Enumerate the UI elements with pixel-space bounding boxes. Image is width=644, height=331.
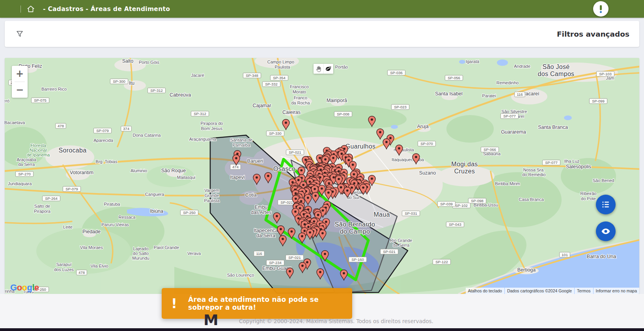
map-label: Santa Branca xyxy=(538,125,568,130)
toggle-visibility-fab[interactable] xyxy=(596,221,616,241)
map-label: Nossa Sra. xyxy=(523,167,545,172)
svg-text:SP-099: SP-099 xyxy=(592,99,605,103)
map-label: Portão xyxy=(335,65,348,69)
map-label: Morato xyxy=(293,89,306,94)
map-container[interactable]: Porto FelizSaltoPorto GóisItuBarreiro Ri… xyxy=(5,58,639,294)
map-label: Cajamar xyxy=(252,103,271,108)
road-badge: SP-077 xyxy=(542,160,560,165)
road-badge: 374 xyxy=(121,126,132,131)
map-label: Sorocaba xyxy=(59,147,87,154)
map-label: São José xyxy=(542,63,569,70)
map-label: São Lourenço xyxy=(227,273,254,277)
map-label: da Serra xyxy=(393,243,410,247)
map-label: Jundiaquara xyxy=(8,181,32,186)
road-badge: SP-075 xyxy=(31,98,49,103)
road-badge: SP-070 xyxy=(418,141,435,146)
map-label: Floresta xyxy=(30,143,47,148)
svg-text:SP-077: SP-077 xyxy=(503,114,516,118)
map-label: Caieiras xyxy=(282,110,301,115)
road-badge: SP-103 xyxy=(596,71,614,76)
road-badge: SP-008 xyxy=(334,112,352,117)
svg-text:SP-039: SP-039 xyxy=(440,202,453,206)
road-badge: 101 xyxy=(560,252,570,257)
map-label: Murundu xyxy=(132,256,149,260)
svg-text:SP-036: SP-036 xyxy=(390,71,403,75)
map-label: Vargem xyxy=(204,188,219,193)
pan-tool-button[interactable] xyxy=(314,64,323,74)
map-label: Arujá xyxy=(417,124,428,129)
map-label: Remedinho xyxy=(497,80,519,85)
road-badge: SP-300 xyxy=(110,79,128,84)
map-label: Verava xyxy=(187,251,201,256)
map-label: Mogi das xyxy=(451,161,478,167)
svg-text:SP-330: SP-330 xyxy=(269,131,282,136)
svg-text:SP-102: SP-102 xyxy=(455,203,468,208)
map-label: Vila Élvio xyxy=(90,264,108,268)
svg-text:116: 116 xyxy=(256,251,262,256)
map-label: do Sul xyxy=(347,195,359,200)
map-label: dos Campos xyxy=(538,71,575,77)
svg-text:SP-079: SP-079 xyxy=(96,128,109,133)
map-label: Paratei xyxy=(482,93,496,98)
toast-exclamation-icon: ! xyxy=(171,297,177,310)
map-label: Aparecida xyxy=(93,138,113,143)
map-label: Casa Branca xyxy=(519,197,544,202)
svg-text:SP-300: SP-300 xyxy=(113,79,125,84)
error-toast[interactable]: ! Área de atendimento não pode se sobrep… xyxy=(162,288,352,319)
report-error-link[interactable]: Informar erro no mapa xyxy=(594,288,639,294)
map-label: Salto de xyxy=(34,204,50,208)
polygon-tool-button[interactable] xyxy=(323,64,333,74)
svg-text:SP-043: SP-043 xyxy=(449,222,461,227)
map-label: Araçoiaba xyxy=(17,157,36,162)
map-label: Cruzes xyxy=(454,168,475,175)
road-badge: SP-330 xyxy=(266,131,284,136)
svg-text:474: 474 xyxy=(232,165,239,169)
map-label: Paruru Vieiras xyxy=(101,222,129,227)
map-label: da Serra xyxy=(256,233,275,238)
list-areas-fab[interactable] xyxy=(596,195,616,214)
road-badge: SP-021 xyxy=(380,249,398,254)
map-label: Itapevi xyxy=(230,175,245,180)
map-label: Leite xyxy=(63,225,73,229)
exclamation-icon xyxy=(600,5,602,13)
map-label: Suzano xyxy=(419,170,436,176)
map-label: Bertioga xyxy=(517,267,536,273)
advanced-filters-link[interactable]: Filtros avançados xyxy=(557,30,629,38)
road-badge: SP-039 xyxy=(437,201,455,206)
map-label: Votorantim xyxy=(70,170,93,175)
svg-text:SP-354: SP-354 xyxy=(273,76,286,80)
polygon-shape-icon xyxy=(325,65,332,73)
map-label: Jacaré xyxy=(191,73,204,78)
map-label: Osasco xyxy=(273,166,295,172)
map-label: Lajeado xyxy=(133,246,148,251)
google-logo[interactable]: Google xyxy=(10,283,39,293)
terms-link[interactable]: Termos xyxy=(575,288,593,294)
map-label: Paiol Grande xyxy=(154,245,179,250)
home-icon[interactable] xyxy=(26,5,35,13)
map-label: Piratuba xyxy=(104,202,121,206)
map-label: eró xyxy=(5,99,9,103)
map-data-attribution: Dados cartográficos ©2024 Google xyxy=(505,288,574,294)
page: - Cadastros - Áreas de Atendimento Filtr… xyxy=(0,0,644,331)
svg-text:478: 478 xyxy=(58,124,64,128)
map-label: Salesópolis xyxy=(566,164,591,169)
svg-text:SP-332: SP-332 xyxy=(265,82,278,86)
map-label: Ribeirão xyxy=(581,191,597,196)
road-badge: 474 xyxy=(230,164,241,169)
svg-text:SP-103: SP-103 xyxy=(599,72,612,76)
zoom-in-button[interactable]: + xyxy=(12,66,28,82)
map-label: da Serra xyxy=(18,162,35,167)
notifications-button[interactable] xyxy=(593,1,609,17)
map-label: Itu xyxy=(129,80,134,86)
map-label: do Campo xyxy=(340,228,370,235)
map-label: Bom Jesus xyxy=(201,126,223,131)
keyboard-shortcuts-link[interactable]: Atalhos do teclado xyxy=(466,288,504,294)
svg-text:374: 374 xyxy=(123,126,129,131)
map-label: dos Luzes xyxy=(54,267,74,272)
road-badge: SP-077 xyxy=(500,113,518,119)
zoom-out-button[interactable]: − xyxy=(12,82,28,98)
funnel-icon[interactable] xyxy=(16,30,24,38)
svg-text:478: 478 xyxy=(78,270,85,275)
map-label: do Pote xyxy=(581,196,596,201)
map-label: Mailasqui xyxy=(177,175,195,180)
